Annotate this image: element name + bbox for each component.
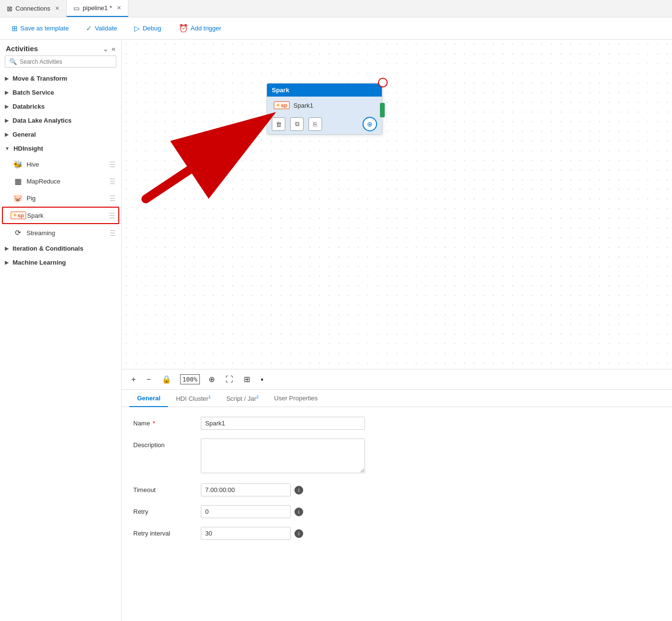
sidebar-header-actions: ⌄ « — [103, 45, 115, 53]
add-trigger-button[interactable]: ⏰ Add trigger — [175, 22, 225, 35]
debug-label: Debug — [142, 25, 161, 32]
canvas[interactable]: Spark ✦sp Spark1 🗑 ⧉ ⎘ ⊕ — [122, 40, 672, 369]
validate-label: Validate — [95, 25, 117, 32]
node-duplicate-button[interactable]: ⎘ — [308, 117, 322, 131]
group-batch-service-header[interactable]: ▶ Batch Service — [0, 85, 121, 99]
retry-interval-label: Retry interval — [133, 527, 191, 537]
canvas-grid — [122, 40, 672, 369]
validate-icon: ✓ — [86, 24, 92, 33]
group-data-lake-label: Data Lake Analytics — [13, 117, 71, 124]
tab-hdi-cluster[interactable]: HDI Cluster1 — [168, 390, 218, 407]
activity-item-pig[interactable]: 🐷 Pig — [2, 190, 119, 206]
save-as-template-button[interactable]: ⊞ Save as template — [8, 22, 72, 35]
name-label: Name * — [133, 417, 191, 427]
zoom-out-button[interactable]: − — [144, 374, 153, 385]
node-copy-button[interactable]: ⧉ — [290, 117, 304, 131]
form-row-description: Description — [133, 438, 660, 475]
retry-interval-info-icon[interactable]: i — [294, 529, 303, 538]
tab-general[interactable]: General — [129, 390, 168, 407]
group-general-header[interactable]: ▶ General — [0, 127, 121, 141]
spark-node-header: Spark — [267, 84, 382, 97]
group-data-lake-analytics: ▶ Data Lake Analytics — [0, 113, 121, 127]
group-data-lake-analytics-header[interactable]: ▶ Data Lake Analytics — [0, 113, 121, 127]
search-box: 🔍 — [5, 56, 116, 68]
activity-pig-label: Pig — [27, 195, 36, 202]
form-row-retry-interval: Retry interval i — [133, 527, 660, 540]
tab-user-properties-label: User Properties — [274, 395, 318, 402]
search-icon: 🔍 — [9, 58, 17, 65]
tab-bar: ⊠ Connections ✕ ▭ pipeline1 * ✕ — [0, 0, 672, 17]
canvas-toolbar: + − 🔒 100% ⊕ ⛶ ⊞ ▪ — [122, 369, 672, 389]
lock-button[interactable]: 🔒 — [160, 374, 173, 385]
fullscreen-button[interactable]: ⛶ — [224, 374, 235, 385]
spark-node-body: ✦sp Spark1 — [267, 97, 382, 114]
fit-to-screen-button[interactable]: 100% — [180, 374, 200, 384]
description-textarea[interactable] — [201, 438, 365, 473]
svg-line-1 — [146, 122, 262, 199]
debug-button[interactable]: ▷ Debug — [130, 22, 165, 35]
activity-item-hive[interactable]: 🐝 Hive — [2, 156, 119, 172]
mapreduce-icon: ▦ — [13, 176, 23, 186]
group-general-label: General — [13, 131, 36, 138]
arrow-data-lake: ▶ — [5, 118, 9, 123]
group-hdinsight-header[interactable]: ▼ HDInsight — [0, 141, 121, 155]
name-input-container — [201, 417, 365, 430]
pig-drag-handle — [110, 195, 115, 201]
form-row-name: Name * — [133, 417, 660, 430]
tab-pipeline1[interactable]: ▭ pipeline1 * ✕ — [67, 0, 128, 17]
zoom-in-button[interactable]: + — [129, 374, 138, 385]
name-input[interactable] — [201, 417, 365, 430]
arrow-move-transform: ▶ — [5, 76, 9, 81]
validate-button[interactable]: ✓ Validate — [82, 22, 121, 35]
group-move-transform-header[interactable]: ▶ Move & Transform — [0, 71, 121, 85]
name-required: * — [153, 420, 155, 427]
timeout-info-icon[interactable]: i — [294, 486, 303, 494]
zoom-selection-button[interactable]: ⊕ — [207, 374, 217, 385]
node-delete-button[interactable]: 🗑 — [272, 117, 285, 131]
tab-script-jar-label: Script / Jar — [226, 395, 256, 402]
properties-panel: General HDI Cluster1 Script / Jar2 User … — [122, 389, 672, 621]
chevron-left-icon[interactable]: « — [112, 45, 115, 53]
spark-canvas-node[interactable]: Spark ✦sp Spark1 🗑 ⧉ ⎘ ⊕ — [266, 83, 382, 135]
retry-interval-input-container: i — [201, 527, 303, 540]
activity-item-streaming[interactable]: ⟳ Streaming — [2, 225, 119, 241]
group-hdinsight-label: HDInsight — [14, 145, 43, 152]
group-databricks-header[interactable]: ▶ Databricks — [0, 99, 121, 113]
activity-item-mapreduce[interactable]: ▦ MapReduce — [2, 173, 119, 189]
sidebar: Activities ⌄ « 🔍 ▶ Move & Transform ▶ Ba… — [0, 40, 122, 621]
tab-script-jar[interactable]: Script / Jar2 — [219, 390, 266, 407]
search-input[interactable] — [20, 58, 112, 65]
hive-icon: 🐝 — [13, 159, 23, 169]
trigger-icon: ⏰ — [179, 24, 188, 33]
properties-tabs: General HDI Cluster1 Script / Jar2 User … — [122, 390, 672, 407]
activity-mapreduce-label: MapReduce — [27, 178, 60, 185]
timeout-input[interactable] — [201, 483, 291, 496]
spark-activity-icon: ✦sp — [14, 211, 23, 220]
group-machine-learning-header[interactable]: ▶ Machine Learning — [0, 255, 121, 269]
retry-input[interactable] — [201, 505, 291, 518]
add-trigger-label: Add trigger — [191, 25, 222, 32]
auto-layout-button[interactable]: ⊞ — [242, 374, 252, 385]
retry-info-icon[interactable]: i — [294, 508, 303, 516]
tab-connections[interactable]: ⊠ Connections ✕ — [0, 0, 67, 17]
description-label: Description — [133, 438, 191, 449]
group-databricks: ▶ Databricks — [0, 99, 121, 113]
group-iteration-header[interactable]: ▶ Iteration & Conditionals — [0, 241, 121, 255]
hdi-cluster-badge: 1 — [209, 395, 211, 399]
retry-interval-input[interactable] — [201, 527, 291, 540]
tab-pipeline1-close[interactable]: ✕ — [117, 5, 121, 11]
group-batch-service: ▶ Batch Service — [0, 85, 121, 99]
spark-node-title: Spark — [272, 86, 289, 94]
group-batch-service-label: Batch Service — [13, 89, 54, 96]
node-status-bar — [380, 103, 385, 117]
activity-item-spark[interactable]: ✦sp Spark — [2, 207, 119, 224]
collapse-icon[interactable]: ⌄ — [103, 45, 109, 53]
pig-icon: 🐷 — [13, 193, 23, 203]
mapreduce-drag-handle — [110, 178, 115, 184]
minimap-button[interactable]: ▪ — [259, 374, 266, 385]
node-connect-button[interactable]: ⊕ — [363, 117, 377, 131]
tab-connections-close[interactable]: ✕ — [55, 5, 59, 12]
tab-user-properties[interactable]: User Properties — [266, 390, 325, 407]
timeout-label: Timeout — [133, 483, 191, 494]
arrow-machine-learning: ▶ — [5, 260, 9, 265]
